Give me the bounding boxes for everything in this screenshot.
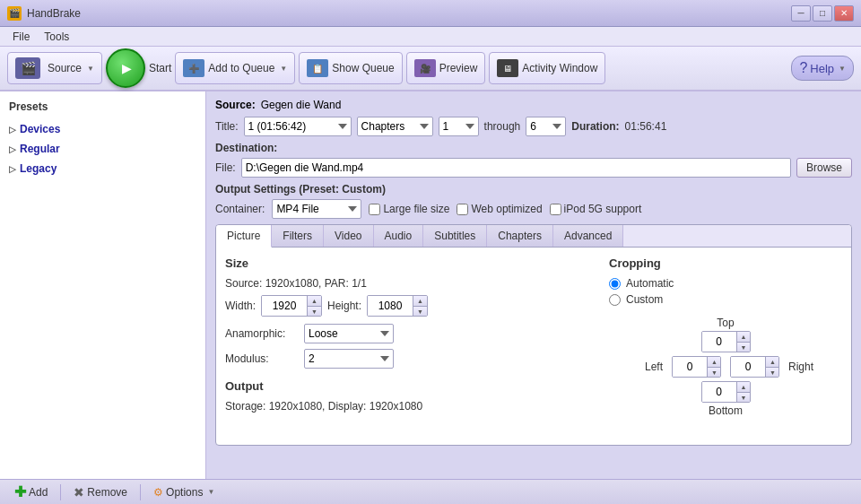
minimize-button[interactable]: ─ [791, 5, 811, 22]
help-button[interactable]: ? Help ▼ [791, 56, 854, 81]
source-icon: 🎬 [15, 57, 40, 79]
through-label: through [484, 120, 521, 133]
sidebar-item-legacy[interactable]: ▷ Legacy [0, 160, 205, 178]
height-label: Height: [327, 300, 361, 312]
anamorphic-select[interactable]: Loose None Strict Custom [304, 324, 394, 343]
top-spinbox-buttons: ▲ ▼ [736, 332, 751, 352]
title-label: Title: [215, 120, 239, 133]
modulus-select[interactable]: 2 4 8 16 [304, 349, 394, 369]
web-optimized-checkbox[interactable] [457, 204, 468, 215]
large-file-checkbox-label: Large file size [369, 203, 449, 215]
right-up-button[interactable]: ▲ [765, 357, 779, 367]
add-queue-button[interactable]: ➕ Add to Queue ▼ [175, 52, 295, 84]
large-file-checkbox[interactable] [369, 204, 380, 215]
width-down-button[interactable]: ▼ [307, 306, 321, 316]
tab-advanced[interactable]: Advanced [553, 225, 623, 247]
bottom-up-button[interactable]: ▲ [736, 382, 751, 392]
width-label: Width: [225, 300, 256, 312]
maximize-button[interactable]: □ [813, 5, 832, 22]
tab-subtitles[interactable]: Subtitles [423, 225, 487, 247]
add-queue-arrow: ▼ [280, 65, 287, 73]
bottom-down-button[interactable]: ▼ [736, 392, 751, 402]
tools-menu[interactable]: Tools [37, 29, 76, 45]
right-spinbox-buttons: ▲ ▼ [765, 357, 779, 377]
ipod-checkbox[interactable] [550, 204, 561, 215]
tab-picture[interactable]: Picture [216, 225, 272, 248]
tabs-header: Picture Filters Video Audio Subtitles Ch… [216, 225, 851, 248]
modulus-row: Modulus: 2 4 8 16 [225, 349, 591, 369]
remove-label: Remove [87, 486, 127, 499]
top-up-button[interactable]: ▲ [736, 332, 751, 342]
file-path-input[interactable] [241, 158, 791, 178]
source-row: Source: Gegen die Wand [215, 99, 852, 111]
bottom-input[interactable] [702, 382, 736, 402]
source-label: Source [48, 62, 82, 74]
remove-button[interactable]: ✖ Remove [66, 483, 135, 501]
regular-label: Regular [20, 143, 60, 155]
height-spinbox-buttons: ▲ ▼ [413, 296, 427, 316]
output-section: Output Storage: 1920x1080, Display: 1920… [225, 379, 591, 413]
activity-icon: 🖥 [497, 59, 518, 77]
top-spinbox: ▲ ▼ [701, 331, 751, 352]
container-row: Container: MP4 File Large file size Web … [215, 199, 852, 219]
file-menu[interactable]: File [5, 29, 37, 45]
source-button[interactable]: 🎬 Source ▼ [7, 52, 102, 84]
height-input[interactable] [368, 296, 413, 316]
output-info: Storage: 1920x1080, Display: 1920x1080 [225, 400, 591, 413]
tab-chapters[interactable]: Chapters [487, 225, 553, 247]
help-dropdown-arrow: ▼ [839, 65, 846, 73]
sidebar-item-devices[interactable]: ▷ Devices [0, 120, 205, 138]
add-queue-icon: ➕ [183, 59, 204, 77]
tabs-container: Picture Filters Video Audio Subtitles Ch… [215, 224, 852, 446]
left-up-button[interactable]: ▲ [707, 357, 721, 367]
width-spinbox-buttons: ▲ ▼ [307, 296, 321, 316]
tab-audio[interactable]: Audio [374, 225, 424, 247]
show-queue-button[interactable]: 📋 Show Queue [299, 52, 402, 84]
custom-radio[interactable] [609, 294, 621, 306]
width-row: Width: ▲ ▼ Height: ▲ [225, 295, 591, 317]
right-label: Right [788, 361, 815, 373]
browse-button[interactable]: Browse [796, 158, 852, 178]
close-button[interactable]: ✕ [834, 5, 854, 22]
web-optimized-label: Web optimized [471, 203, 542, 215]
tab-video[interactable]: Video [324, 225, 373, 247]
add-button[interactable]: ✚ Add [7, 482, 55, 502]
duration-value: 01:56:41 [625, 120, 667, 133]
top-input[interactable] [702, 332, 736, 352]
add-queue-label: Add to Queue [208, 62, 274, 74]
left-input[interactable] [673, 357, 707, 377]
chapter-start-select[interactable]: 1 [439, 117, 479, 136]
source-label: Source: [215, 99, 256, 111]
picture-left-panel: Size Source: 1920x1080, PAR: 1/1 Width: … [225, 256, 591, 436]
content-area: Source: Gegen die Wand Title: 1 (01:56:4… [206, 91, 861, 479]
range-type-select[interactable]: Chapters [357, 117, 433, 136]
preview-button[interactable]: 🎥 Preview [406, 52, 486, 84]
crop-grid: Top ▲ ▼ [609, 315, 842, 419]
chapter-end-select[interactable]: 6 [526, 117, 566, 136]
tab-filters[interactable]: Filters [272, 225, 324, 247]
left-down-button[interactable]: ▼ [707, 367, 721, 377]
right-down-button[interactable]: ▼ [765, 367, 779, 377]
options-button[interactable]: ⚙ Options ▼ [146, 484, 222, 500]
width-up-button[interactable]: ▲ [307, 296, 321, 306]
activity-window-button[interactable]: 🖥 Activity Window [489, 52, 605, 84]
right-input[interactable] [731, 357, 765, 377]
start-button[interactable]: ▶ [106, 48, 145, 88]
width-input[interactable] [262, 296, 307, 316]
expand-icon-regular: ▷ [9, 144, 16, 154]
height-up-button[interactable]: ▲ [413, 296, 427, 306]
cropping-title: Cropping [609, 256, 842, 270]
size-title: Size [225, 256, 591, 270]
output-settings: Output Settings (Preset: Custom) Contain… [215, 183, 852, 219]
add-icon: ✚ [14, 483, 26, 500]
title-select[interactable]: 1 (01:56:42) [244, 117, 352, 136]
source-dropdown-arrow: ▼ [87, 65, 94, 73]
container-label: Container: [215, 203, 265, 215]
container-select[interactable]: MP4 File [272, 199, 361, 219]
preview-label: Preview [439, 62, 478, 74]
width-spinbox: ▲ ▼ [261, 295, 322, 317]
sidebar-item-regular[interactable]: ▷ Regular [0, 140, 205, 158]
height-down-button[interactable]: ▼ [413, 306, 427, 316]
top-down-button[interactable]: ▼ [736, 342, 751, 352]
automatic-radio[interactable] [609, 278, 621, 290]
